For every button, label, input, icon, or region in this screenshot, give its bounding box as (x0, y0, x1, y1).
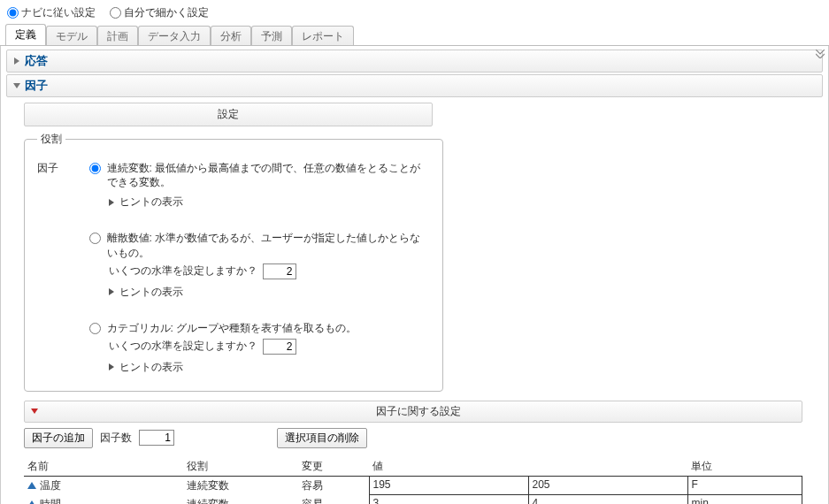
tabs-bar: 定義 モデル 計画 データ入力 分析 予測 レポート (0, 24, 829, 46)
hint-label: ヒントの表示 (119, 285, 183, 300)
hint-label: ヒントの表示 (119, 360, 183, 375)
categorical-levels-prompt: いくつの水準を設定しますか？ (109, 339, 257, 354)
factors-panel-header: 因子に関する設定 (24, 401, 802, 423)
panel-collapse-icon[interactable] (816, 50, 825, 58)
section-response-title: 応答 (25, 53, 48, 69)
section-response-header[interactable]: 応答 (6, 50, 823, 73)
col-change[interactable]: 変更 (298, 457, 369, 477)
svg-marker-2 (31, 409, 38, 414)
chevron-right-icon (12, 57, 21, 65)
cell-role[interactable]: 連続変数 (183, 495, 298, 504)
role-categorical-hint[interactable]: ヒントの表示 (109, 360, 430, 375)
factor-count-label: 因子数 (100, 431, 132, 446)
cell-value-2[interactable]: 4 (528, 495, 687, 504)
factors-table: 名前 役割 変更 値 単位 温度連続変数容易195205F時間連続変数容易34m… (24, 457, 802, 504)
mode-manual-label: 自分で細かく設定 (124, 5, 209, 20)
red-triangle-icon[interactable] (30, 407, 39, 416)
tab-predict[interactable]: 予測 (251, 26, 292, 45)
mode-manual-radio[interactable]: 自分で細かく設定 (110, 5, 209, 20)
chevron-right-icon (109, 199, 114, 206)
section-factor-header[interactable]: 因子 (6, 74, 823, 97)
chevron-down-icon (12, 81, 21, 90)
settings-header: 設定 (24, 103, 433, 126)
factor-count-input[interactable] (139, 430, 174, 446)
role-option-categorical: カテゴリカル: グループや種類を表す値を取るもの。 いくつの水準を設定しますか？… (89, 321, 430, 375)
cell-value-1[interactable]: 195 (369, 476, 528, 495)
col-value[interactable]: 値 (369, 457, 687, 477)
cell-change[interactable]: 容易 (298, 476, 369, 495)
chevron-right-icon (109, 288, 114, 295)
mode-navi-radio[interactable]: ナビに従い設定 (7, 5, 96, 20)
factors-header-row: 名前 役割 変更 値 単位 (24, 457, 802, 477)
chevron-right-icon (109, 363, 114, 370)
roles-legend: 役割 (37, 132, 65, 147)
tab-definition[interactable]: 定義 (5, 24, 46, 45)
role-discrete-desc: 離散数値: 水準が数値であるが、ユーザーが指定した値しかとらないもの。 (107, 231, 430, 259)
tab-analysis[interactable]: 分析 (211, 26, 251, 45)
svg-marker-0 (14, 57, 19, 65)
cell-change[interactable]: 容易 (298, 495, 369, 504)
mode-navi-input[interactable] (7, 7, 19, 19)
hint-label: ヒントの表示 (119, 195, 183, 210)
role-continuous-desc: 連続変数: 最低値から最高値までの間で、任意の数値をとることができる変数。 (107, 161, 430, 189)
cell-name[interactable]: 時間 (24, 495, 183, 504)
cell-unit[interactable]: F (687, 476, 802, 495)
roles-fieldset: 役割 因子 連続変数: 最低値から最高値までの間で、任意の数値をとることができる… (24, 132, 443, 392)
settings-header-label: 設定 (218, 108, 239, 120)
delete-selection-button[interactable]: 選択項目の削除 (277, 428, 367, 448)
tab-model[interactable]: モデル (46, 26, 97, 45)
continuous-marker-icon (27, 482, 36, 489)
discrete-levels-input[interactable] (263, 263, 296, 279)
role-categorical-desc: カテゴリカル: グループや種類を表す値を取るもの。 (107, 321, 357, 335)
cell-name[interactable]: 温度 (24, 476, 183, 495)
categorical-levels-input[interactable] (263, 339, 296, 355)
role-continuous-hint[interactable]: ヒントの表示 (109, 195, 430, 210)
roles-row-label: 因子 (37, 161, 68, 176)
role-discrete-radio[interactable] (89, 233, 101, 244)
table-row[interactable]: 温度連続変数容易195205F (24, 476, 802, 495)
factors-panel-title: 因子に関する設定 (41, 404, 796, 419)
continuous-marker-icon (27, 500, 36, 504)
role-continuous-radio[interactable] (89, 163, 101, 174)
section-factor-title: 因子 (25, 78, 48, 94)
tab-data[interactable]: データ入力 (138, 26, 211, 45)
cell-value-1[interactable]: 3 (369, 495, 528, 504)
role-categorical-radio[interactable] (89, 323, 101, 334)
role-option-continuous: 連続変数: 最低値から最高値までの間で、任意の数値をとることができる変数。 ヒン… (89, 161, 430, 210)
tab-report[interactable]: レポート (292, 26, 354, 45)
discrete-levels-prompt: いくつの水準を設定しますか？ (109, 263, 257, 279)
cell-unit[interactable]: min (687, 495, 802, 504)
table-row[interactable]: 時間連続変数容易34min (24, 495, 802, 504)
tab-plan[interactable]: 計画 (97, 26, 138, 45)
cell-value-2[interactable]: 205 (528, 476, 687, 495)
add-factor-button[interactable]: 因子の追加 (24, 428, 93, 448)
cell-role[interactable]: 連続変数 (183, 476, 298, 495)
col-unit[interactable]: 単位 (687, 457, 802, 477)
col-name[interactable]: 名前 (24, 457, 183, 477)
col-role[interactable]: 役割 (183, 457, 298, 477)
mode-manual-input[interactable] (110, 7, 121, 19)
role-discrete-hint[interactable]: ヒントの表示 (109, 285, 430, 300)
role-option-discrete: 離散数値: 水準が数値であるが、ユーザーが指定した値しかとらないもの。 いくつの… (89, 231, 430, 299)
svg-marker-1 (13, 83, 20, 88)
mode-navi-label: ナビに従い設定 (21, 5, 96, 20)
